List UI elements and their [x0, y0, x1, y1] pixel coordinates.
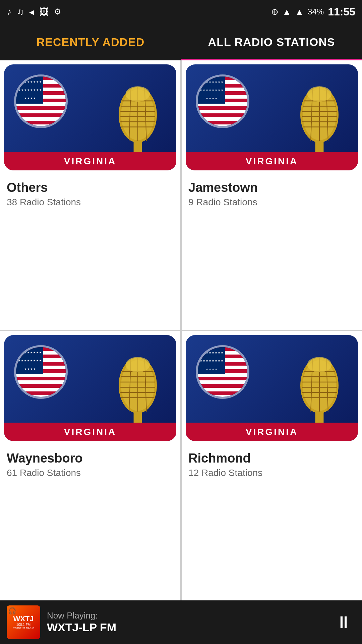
svg-rect-53 [315, 412, 324, 424]
pause-icon: ⏸ [335, 612, 352, 632]
station-name-jamestown: Jamestown [188, 180, 355, 195]
station-info-others: Others 38 Radio Stations [0, 174, 180, 214]
add-icon: ⊕ [271, 7, 279, 17]
now-playing-bar: WXTJ 100.1 FM STUDENT RADIO 🎧 Now Playin… [0, 600, 362, 644]
virginia-badge-jamestown: ★★★★★ ★★★★★ ★★★★★ ★★★★★ [186, 64, 358, 170]
wifi-icon: ▲ [283, 7, 291, 17]
virginia-badge-waynesboro: ★★★★★ ★★★★★ ★★★★★ ★★★★★ [4, 335, 176, 441]
station-name-richmond: Richmond [188, 451, 355, 466]
station-image-waynesboro: ★★★★★ ★★★★★ ★★★★★ ★★★★★ [0, 331, 180, 445]
stations-grid: ★★★★★ ★★★★★ ★★★★★ ★★★★★ [0, 60, 362, 600]
battery-indicator: 34% [308, 7, 324, 16]
clock: 11:55 [328, 6, 355, 18]
signal-icon: ▲ [295, 7, 304, 17]
station-count-others: 38 Radio Stations [7, 197, 174, 208]
status-icons-right: ⊕ ▲ ▲ 34% 11:55 [271, 6, 355, 18]
svg-rect-25 [315, 141, 324, 153]
image-icon: 🖼 [39, 6, 49, 17]
virginia-label-others: VIRGINIA [64, 156, 116, 167]
tab-all-radio-stations-label: ALL RADIO STATIONS [208, 36, 335, 49]
svg-point-13 [126, 86, 150, 102]
station-logo: WXTJ 100.1 FM STUDENT RADIO 🎧 [7, 605, 40, 639]
np-logo-subtext: 100.1 FM [12, 623, 34, 627]
flag-circle-others: ★★★★★ ★★★★★ ★★★★★ ★★★★★ [14, 74, 68, 128]
tab-recently-added[interactable]: RECENTLY ADDED [0, 23, 181, 60]
virginia-banner-others: VIRGINIA [4, 152, 176, 170]
virginia-label-richmond: VIRGINIA [246, 427, 298, 437]
svg-point-41 [126, 357, 150, 372]
station-count-waynesboro: 61 Radio Stations [7, 468, 174, 478]
station-image-jamestown: ★★★★★ ★★★★★ ★★★★★ ★★★★★ [182, 60, 362, 174]
np-logo-text: WXTJ [12, 615, 34, 623]
now-playing-info: Now Playing: WXTJ-LP FM [47, 610, 332, 634]
station-info-waynesboro: Waynesboro 61 Radio Stations [0, 445, 180, 485]
tab-bar: RECENTLY ADDED ALL RADIO STATIONS [0, 23, 362, 60]
virginia-banner-jamestown: VIRGINIA [186, 152, 358, 170]
station-info-richmond: Richmond 12 Radio Stations [182, 445, 362, 485]
virginia-label-waynesboro: VIRGINIA [64, 427, 116, 437]
station-card-jamestown[interactable]: ★★★★★ ★★★★★ ★★★★★ ★★★★★ [182, 60, 362, 330]
station-name-waynesboro: Waynesboro [7, 451, 174, 466]
status-bar: ♪ ♫ ◂ 🖼 ⚙ ⊕ ▲ ▲ 34% 11:55 [0, 0, 362, 23]
station-image-others: ★★★★★ ★★★★★ ★★★★★ ★★★★★ [0, 60, 180, 174]
station-count-jamestown: 9 Radio Stations [188, 197, 355, 208]
tab-recently-added-label: RECENTLY ADDED [37, 36, 145, 49]
svg-rect-11 [134, 141, 142, 153]
svg-point-55 [307, 357, 332, 372]
tab-all-radio-stations[interactable]: ALL RADIO STATIONS [181, 23, 362, 60]
svg-point-27 [307, 86, 332, 102]
music-note-icon: ♪ [7, 6, 11, 17]
station-card-others[interactable]: ★★★★★ ★★★★★ ★★★★★ ★★★★★ [0, 60, 180, 330]
settings-icon: ⚙ [54, 7, 61, 16]
svg-rect-39 [134, 412, 142, 424]
station-count-richmond: 12 Radio Stations [188, 468, 355, 478]
virginia-label-jamestown: VIRGINIA [246, 156, 298, 167]
np-logo-subtext2: STUDENT RADIO [12, 627, 34, 630]
music-note-2-icon: ♫ [17, 6, 24, 17]
station-info-jamestown: Jamestown 9 Radio Stations [182, 174, 362, 214]
pause-button[interactable]: ⏸ [332, 610, 355, 634]
station-name-others: Others [7, 180, 174, 195]
virginia-badge-others: ★★★★★ ★★★★★ ★★★★★ ★★★★★ [4, 64, 176, 170]
virginia-banner-waynesboro: VIRGINIA [4, 423, 176, 441]
station-logo-inner: WXTJ 100.1 FM STUDENT RADIO 🎧 [7, 605, 40, 639]
station-image-richmond: ★★★★★ ★★★★★ ★★★★★ ★★★★★ [182, 331, 362, 445]
station-card-waynesboro[interactable]: ★★★★★ ★★★★★ ★★★★★ ★★★★★ [0, 331, 180, 600]
virginia-banner-richmond: VIRGINIA [186, 423, 358, 441]
virginia-badge-richmond: ★★★★★ ★★★★★ ★★★★★ ★★★★★ [186, 335, 358, 441]
back-arrow-icon: ◂ [29, 6, 34, 17]
status-icons-left: ♪ ♫ ◂ 🖼 ⚙ [7, 6, 61, 17]
flag-circle-waynesboro: ★★★★★ ★★★★★ ★★★★★ ★★★★★ [14, 345, 68, 399]
now-playing-label: Now Playing: [47, 610, 332, 621]
station-card-richmond[interactable]: ★★★★★ ★★★★★ ★★★★★ ★★★★★ [182, 331, 362, 600]
flag-circle-richmond: ★★★★★ ★★★★★ ★★★★★ ★★★★★ [196, 345, 249, 399]
flag-circle-jamestown: ★★★★★ ★★★★★ ★★★★★ ★★★★★ [196, 74, 249, 128]
now-playing-station: WXTJ-LP FM [47, 621, 332, 634]
